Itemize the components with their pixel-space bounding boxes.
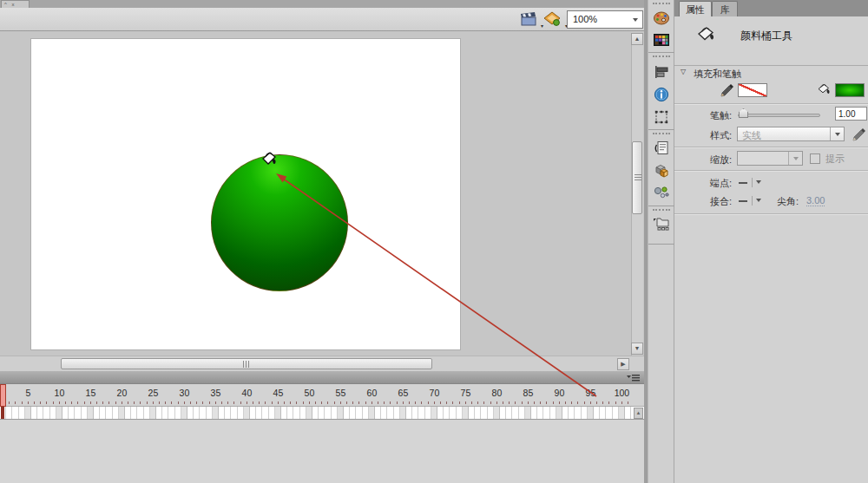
frame-cell[interactable]	[250, 407, 256, 419]
color-panel-icon[interactable]	[653, 10, 670, 26]
swatches-panel-icon[interactable]	[653, 32, 670, 48]
dropdown-arrow-zone[interactable]	[788, 152, 802, 165]
fill-stroke-section-header[interactable]: ▽ 填充和笔触	[674, 65, 868, 79]
frame-cell[interactable]	[332, 407, 338, 419]
frame-cell[interactable]	[231, 407, 237, 419]
frame-cell[interactable]	[12, 407, 18, 419]
stroke-slider-track[interactable]	[738, 114, 820, 117]
frame-cell[interactable]	[569, 407, 575, 419]
green-sphere-shape[interactable]	[211, 154, 348, 291]
frame-cell[interactable]	[418, 407, 424, 419]
frame-cell[interactable]	[481, 407, 487, 419]
timeline-header-bar[interactable]	[0, 371, 644, 384]
scroll-up-button[interactable]: ▲	[631, 33, 643, 45]
frame-cell[interactable]	[275, 407, 281, 419]
frame-cell[interactable]	[312, 407, 319, 419]
timeline-ruler[interactable]: 5101520253035404550556065707580859095100	[0, 384, 644, 407]
tab-library[interactable]: 库	[712, 1, 738, 16]
frame-cell[interactable]	[369, 407, 375, 419]
frame-cell[interactable]	[225, 407, 231, 419]
align-panel-icon[interactable]	[653, 64, 670, 80]
frame-cell[interactable]	[100, 407, 106, 419]
edit-scene-button[interactable]: ▾	[519, 11, 540, 28]
frame-cell[interactable]	[375, 407, 381, 419]
frame-cell[interactable]	[181, 407, 187, 419]
frame-cell[interactable]	[588, 407, 594, 419]
stroke-style-dropdown[interactable]: 实线	[737, 127, 845, 141]
frame-cell[interactable]	[113, 407, 119, 419]
frame-cell[interactable]	[556, 407, 562, 419]
frame-cell[interactable]	[594, 407, 600, 419]
frame-cell[interactable]	[94, 407, 100, 419]
frame-cell[interactable]	[25, 407, 31, 419]
frame-cell[interactable]	[387, 407, 393, 419]
frame-cell[interactable]	[262, 407, 268, 419]
dock-group-handle[interactable]	[653, 209, 670, 211]
frame-cell[interactable]	[444, 407, 450, 419]
frame-cell[interactable]	[219, 407, 225, 419]
stage-canvas[interactable]	[31, 39, 460, 349]
frame-cell[interactable]	[412, 407, 418, 419]
frame-cell[interactable]	[162, 407, 168, 419]
frame-cell[interactable]	[575, 407, 581, 419]
frame-cell[interactable]	[43, 407, 49, 419]
frame-cell[interactable]	[543, 407, 549, 419]
frame-cell[interactable]	[356, 407, 362, 419]
frame-cell[interactable]	[19, 407, 25, 419]
frame-cell[interactable]	[344, 407, 350, 419]
frame-cell[interactable]	[150, 407, 156, 419]
frame-cell[interactable]	[156, 407, 162, 419]
cap-none-button[interactable]	[739, 182, 747, 184]
frame-cell[interactable]	[31, 407, 37, 419]
frame-cell[interactable]	[207, 407, 213, 419]
frame-cell[interactable]	[531, 407, 537, 419]
pasteboard[interactable]	[0, 31, 644, 356]
frame-cell[interactable]	[75, 407, 81, 419]
frame-cell[interactable]	[463, 407, 469, 419]
stroke-weight-input[interactable]	[835, 107, 867, 121]
frame-cell[interactable]	[450, 407, 456, 419]
frame-cell[interactable]	[469, 407, 475, 419]
motion-presets-panel-icon[interactable]	[653, 185, 670, 200]
frame-cell[interactable]	[537, 407, 543, 419]
timeline-panel-menu-icon[interactable]	[627, 374, 641, 382]
frame-cell[interactable]	[431, 407, 437, 419]
frame-cell[interactable]	[269, 407, 275, 419]
frame-cell[interactable]	[562, 407, 569, 419]
frame-cell[interactable]	[512, 407, 518, 419]
components-panel-icon[interactable]	[653, 163, 670, 179]
frame-cell[interactable]	[457, 407, 463, 419]
frame-cell[interactable]	[519, 407, 525, 419]
frame-cell[interactable]	[187, 407, 194, 419]
frame-cell[interactable]	[363, 407, 369, 419]
frame-cell[interactable]	[625, 407, 631, 419]
frame-cell[interactable]	[475, 407, 481, 419]
frame-cell[interactable]	[437, 407, 444, 419]
edit-symbol-button[interactable]: ▾	[543, 11, 564, 28]
frame-cell[interactable]	[168, 407, 174, 419]
frame-cell[interactable]	[600, 407, 606, 419]
join-dropdown-arrow[interactable]	[756, 199, 761, 205]
frame-cell[interactable]	[406, 407, 412, 419]
frame-cell[interactable]	[319, 407, 325, 419]
code-snippets-panel-icon[interactable]	[653, 140, 670, 156]
frame-cell[interactable]	[613, 407, 619, 419]
frame-cell[interactable]	[500, 407, 506, 419]
edit-stroke-style-pencil-icon[interactable]	[852, 127, 866, 142]
horizontal-scroll-thumb[interactable]	[61, 358, 432, 369]
frame-cell[interactable]	[400, 407, 406, 419]
cap-dropdown-arrow[interactable]	[756, 180, 761, 186]
frame-cell[interactable]	[6, 407, 12, 419]
frame-cell[interactable]	[244, 407, 250, 419]
frame-cell[interactable]	[125, 407, 131, 419]
frame-cell[interactable]	[338, 407, 344, 419]
frame-cell[interactable]	[88, 407, 94, 419]
vertical-scrollbar[interactable]: ▲ ▼	[631, 33, 643, 356]
miter-value-link[interactable]: 3.00	[806, 195, 825, 206]
frame-cell[interactable]	[82, 407, 88, 419]
frame-cell[interactable]	[144, 407, 150, 419]
horizontal-scrollbar[interactable]: ▶	[0, 356, 644, 371]
stroke-slider-thumb[interactable]	[739, 108, 748, 118]
vertical-scroll-thumb[interactable]	[632, 141, 642, 214]
scale-dropdown[interactable]	[737, 151, 803, 166]
